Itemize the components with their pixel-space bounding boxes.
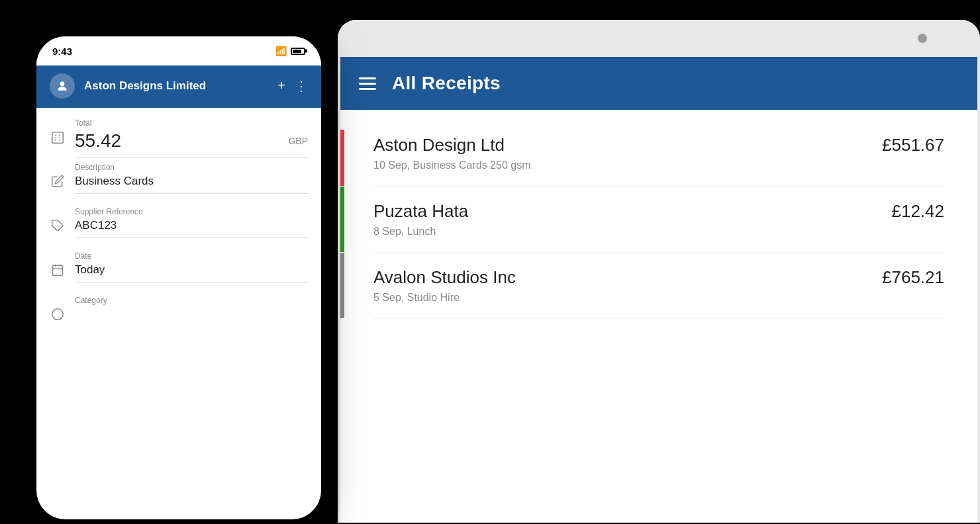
wifi-icon: 📶 [275, 46, 287, 56]
calendar-icon [50, 263, 66, 280]
svg-point-13 [52, 309, 64, 320]
total-field-content: Total 55.42 GBP [75, 118, 308, 157]
tablet: All Receipts Aston Design Ltd10 Sep, Bus… [338, 20, 980, 523]
receipt-item[interactable]: Puzata Hata8 Sep, Lunch£12.42 [373, 187, 944, 253]
supplier-value[interactable]: ABC123 [75, 219, 117, 232]
date-label: Date [75, 251, 308, 261]
phone-notch [136, 36, 222, 55]
supplier-field: Supplier Reference ABC123 [50, 207, 308, 238]
total-value[interactable]: 55.42 [75, 130, 121, 152]
tag-icon [50, 219, 66, 236]
receipt-amount: £765.21 [882, 267, 944, 288]
description-field: Description Business Cards [50, 163, 308, 194]
description-value[interactable]: Business Cards [75, 175, 154, 187]
date-value[interactable]: Today [75, 263, 105, 276]
receipt-merchant: Avalon Studios Inc [373, 267, 516, 288]
receipt-item-left: Avalon Studios Inc5 Sep, Studio Hire [373, 267, 516, 304]
phone-time: 9:43 [52, 46, 72, 57]
supplier-label: Supplier Reference [75, 207, 308, 216]
receipt-item[interactable]: Aston Design Ltd10 Sep, Business Cards 2… [373, 130, 944, 187]
phone: 9:43 📶 Aston Designs Limited + ⋮ Total [36, 36, 321, 519]
svg-rect-9 [53, 265, 63, 275]
receipt-meta: 5 Sep, Studio Hire [373, 292, 516, 304]
phone-header: Aston Designs Limited + ⋮ [36, 66, 321, 108]
receipt-item-left: Aston Design Ltd10 Sep, Business Cards 2… [373, 135, 530, 171]
receipt-meta: 10 Sep, Business Cards 250 gsm [373, 159, 530, 171]
svg-rect-1 [52, 132, 64, 144]
date-field: Date Today [50, 251, 308, 283]
description-label: Description [75, 163, 308, 172]
date-field-content: Date Today [75, 251, 308, 283]
more-options-button[interactable]: ⋮ [295, 78, 308, 94]
tablet-camera [918, 34, 927, 43]
phone-company-name: Aston Designs Limited [84, 79, 268, 93]
receipt-merchant: Puzata Hata [373, 201, 468, 222]
receipt-amount: £12.42 [891, 201, 944, 222]
tablet-top-bar [338, 20, 980, 57]
phone-status-icons: 📶 [275, 46, 305, 56]
category-field: Category [50, 296, 308, 324]
phone-status-bar: 9:43 📶 [36, 36, 321, 66]
category-field-content: Category [75, 296, 308, 313]
calculator-icon [50, 130, 66, 148]
receipt-meta: 8 Sep, Lunch [373, 226, 468, 238]
tablet-page-title: All Receipts [392, 73, 501, 94]
phone-form: Total 55.42 GBP Description Business Car… [36, 108, 321, 340]
svg-point-0 [60, 81, 65, 86]
receipt-item[interactable]: Avalon Studios Inc5 Sep, Studio Hire£765… [373, 253, 944, 319]
category-label: Category [75, 296, 308, 305]
hamburger-menu-icon[interactable] [359, 77, 376, 90]
tablet-receipts-list: Aston Design Ltd10 Sep, Business Cards 2… [340, 110, 977, 339]
battery-icon [291, 48, 305, 55]
phone-header-actions: + ⋮ [277, 78, 308, 94]
total-label: Total [75, 118, 308, 128]
currency-label: GBP [288, 136, 308, 146]
supplier-field-content: Supplier Reference ABC123 [75, 207, 308, 238]
receipt-merchant: Aston Design Ltd [373, 135, 530, 155]
tablet-screen: All Receipts Aston Design Ltd10 Sep, Bus… [340, 57, 977, 523]
tablet-header: All Receipts [340, 57, 977, 110]
add-button[interactable]: + [277, 78, 285, 94]
category-icon [50, 308, 66, 324]
avatar [50, 73, 75, 99]
receipt-item-left: Puzata Hata8 Sep, Lunch [373, 201, 468, 238]
edit-icon [50, 175, 66, 191]
receipt-amount: £551.67 [882, 135, 944, 155]
description-field-content: Description Business Cards [75, 163, 308, 194]
total-field: Total 55.42 GBP [50, 118, 308, 157]
